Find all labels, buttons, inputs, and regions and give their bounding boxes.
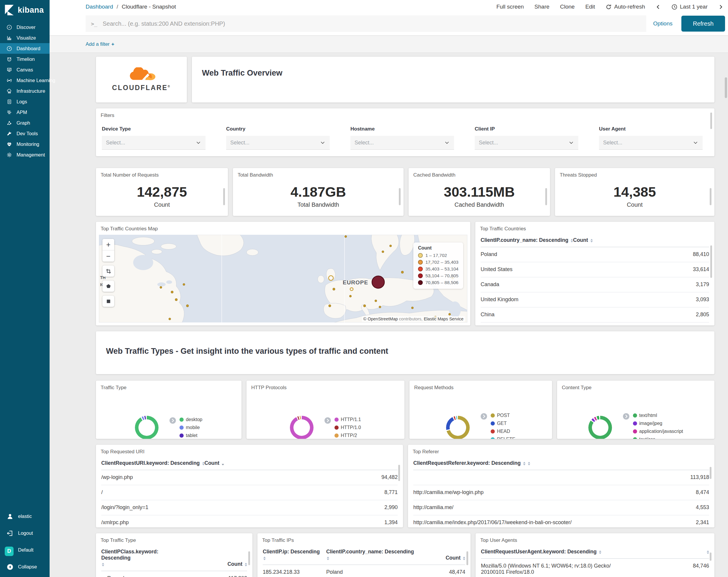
table-row: /xmlrpc.php 1,394	[101, 515, 398, 527]
column-header[interactable]: ClientRequestReferer.keyword: Descending	[413, 460, 525, 466]
time-back-button[interactable]	[656, 4, 661, 9]
donut-legend-item[interactable]: mobile	[180, 425, 202, 430]
donut-legend-item[interactable]: text/css	[633, 437, 683, 439]
ems-link[interactable]: Elastic Maps Service	[424, 317, 464, 321]
donut-legend-item[interactable]: HTTP/1.1	[335, 417, 361, 422]
panel-scrollbar[interactable]	[710, 188, 711, 205]
column-header[interactable]: Count	[433, 555, 465, 561]
breadcrumb-dashboard-link[interactable]: Dashboard	[86, 3, 113, 10]
sidebar-item[interactable]: Visualize	[0, 32, 50, 43]
map-poland-bubble[interactable]	[372, 276, 384, 288]
sidebar-item[interactable]: Machine Learning	[0, 75, 50, 85]
sidebar-item[interactable]: Canvas	[0, 65, 50, 75]
sidebar-item[interactable]: APM	[0, 107, 50, 118]
options-link[interactable]: Options	[653, 20, 673, 27]
donut-legend-item[interactable]: text/html	[633, 413, 683, 418]
donut-legend-item[interactable]: HEAD	[491, 429, 515, 434]
full-screen-button[interactable]: Full screen	[496, 3, 524, 10]
share-button[interactable]: Share	[534, 3, 549, 10]
sidebar-footer-item[interactable]: Logout	[0, 525, 50, 542]
map-draw-polygon-button[interactable]	[102, 280, 114, 292]
filter-select[interactable]: Select...	[599, 136, 703, 150]
infrastructure-icon	[6, 88, 12, 94]
map-zoom-out-button[interactable]: −	[102, 250, 114, 261]
panel-scrollbar[interactable]	[710, 112, 712, 129]
donut-legend-item[interactable]: GET	[491, 421, 515, 426]
donut-legend-item[interactable]: image/jpeg	[633, 421, 683, 426]
filter-select[interactable]: Select...	[226, 136, 330, 150]
sidebar-footer-item[interactable]: elastic	[0, 508, 50, 525]
sort-icon	[245, 563, 247, 567]
legend-expand-button[interactable]	[324, 417, 331, 424]
filter-select[interactable]: Select...	[102, 136, 206, 150]
map-draw-rect-button[interactable]	[102, 296, 114, 307]
column-header[interactable]	[525, 462, 530, 466]
column-header[interactable]: ClientIP.country_name: Descending	[480, 237, 573, 243]
legend-expand-button[interactable]	[623, 413, 630, 420]
chevron-right-circle-icon	[623, 413, 630, 420]
map-fit-bounds-button[interactable]	[102, 266, 114, 277]
search-input[interactable]	[102, 20, 641, 27]
column-header[interactable]: ClientRequestURI.keyword: Descending	[101, 460, 205, 466]
osm-link[interactable]: © OpenStreetMap	[363, 317, 398, 321]
page-scrollbar[interactable]	[725, 77, 727, 98]
panel-scrollbar[interactable]	[223, 188, 225, 205]
sidebar-item[interactable]: Dev Tools	[0, 128, 50, 139]
nav-actions: Full screen Share Clone Edit Auto-refres…	[496, 3, 723, 10]
column-header[interactable]: ClientIP.country_name: Descending	[326, 549, 421, 561]
dashboard-grid: CLOUDFLARE® Web Traffic Overview Filters…	[50, 53, 728, 577]
donut-legend-item[interactable]: POST	[491, 413, 515, 418]
column-header[interactable]: ClientIP.ip: Descending	[263, 549, 326, 561]
filter-select[interactable]: Select...	[350, 136, 454, 150]
refresh-button[interactable]: Refresh	[681, 16, 725, 32]
column-header[interactable]: Count	[573, 237, 593, 243]
add-filter-link[interactable]: Add a filter+	[86, 41, 114, 47]
time-forward-button[interactable]	[718, 4, 723, 9]
top-traffic-type-panel: Top Traffic Type ClientIPClass.keyword: …	[96, 533, 253, 577]
panel-scrollbar[interactable]	[710, 552, 711, 561]
panel-scrollbar[interactable]	[466, 551, 468, 565]
donut-legend-item[interactable]: HTTP/2	[335, 433, 361, 438]
world-map[interactable]: EUROPE TH IC + −	[99, 235, 467, 323]
sidebar-item[interactable]: Management	[0, 149, 50, 160]
donut-chart[interactable]	[135, 416, 158, 439]
time-range-picker[interactable]: Last 1 year	[671, 3, 708, 10]
column-header[interactable]: Count	[215, 561, 247, 567]
edit-button[interactable]: Edit	[586, 3, 595, 10]
donut-legend-item[interactable]: desktop	[180, 417, 202, 422]
column-header[interactable]	[677, 550, 709, 555]
sidebar-item[interactable]: Dashboard	[0, 43, 50, 54]
donut-chart[interactable]	[446, 416, 470, 439]
panel-scrollbar[interactable]	[545, 188, 547, 205]
sidebar-item[interactable]: Infrastructure	[0, 85, 50, 96]
panel-scrollbar[interactable]	[399, 188, 400, 205]
legend-expand-button[interactable]	[169, 417, 176, 424]
panel-scrollbar[interactable]	[710, 467, 711, 479]
panel-scrollbar[interactable]	[248, 551, 250, 565]
donut-chart[interactable]	[588, 416, 612, 439]
column-header[interactable]: ClientIPClass.keyword: Descending	[101, 549, 178, 567]
sidebar-footer-item[interactable]: Collapse	[0, 558, 50, 575]
clone-button[interactable]: Clone	[560, 3, 575, 10]
panel-scrollbar[interactable]	[398, 465, 400, 481]
donut-legend-item[interactable]: tablet	[180, 433, 202, 438]
sidebar-item[interactable]: Timelion	[0, 54, 50, 65]
legend-color-dot	[633, 413, 637, 418]
panel-scrollbar[interactable]	[710, 245, 712, 278]
donut-legend-item[interactable]: application/javascript	[633, 429, 683, 434]
column-header[interactable]: Count	[205, 460, 224, 466]
sidebar-footer-item[interactable]: D Default	[0, 542, 50, 558]
map-zoom-in-button[interactable]: +	[102, 239, 114, 250]
donut-chart[interactable]	[290, 416, 313, 439]
column-header[interactable]: ClientRequestUserAgent.keyword: Descendi…	[481, 549, 677, 555]
sidebar-item[interactable]: Monitoring	[0, 139, 50, 149]
sidebar-item[interactable]: Graph	[0, 118, 50, 128]
donut-legend-item[interactable]: HTTP/1.0	[335, 425, 361, 430]
donut-legend-item[interactable]: DELETE	[491, 437, 515, 439]
filter-select[interactable]: Select...	[475, 136, 578, 150]
sort-icon	[599, 550, 601, 554]
auto-refresh-button[interactable]: Auto-refresh	[605, 3, 645, 10]
sidebar-item[interactable]: Logs	[0, 96, 50, 107]
legend-expand-button[interactable]	[480, 413, 487, 420]
sidebar-item[interactable]: Discover	[0, 22, 50, 32]
